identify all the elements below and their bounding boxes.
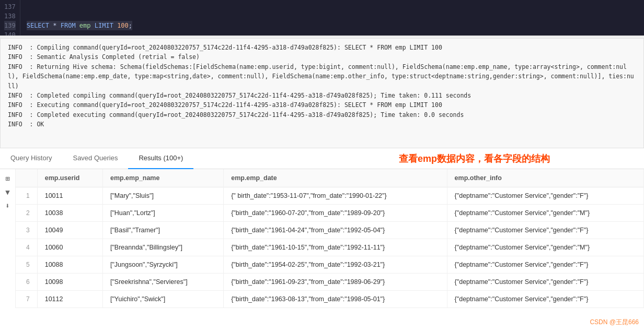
line-num-137: 137 xyxy=(4,2,16,11)
cell-otherinfo: {"deptname":"Customer Service","gender":… xyxy=(447,187,643,205)
results-table: emp.userid emp.emp_name emp.emp_date emp… xyxy=(16,169,644,308)
cell-otherinfo: {"deptname":"Customer Service","gender":… xyxy=(447,239,643,256)
cell-empdate: {"birth_date":"1961-10-15","from_date":"… xyxy=(224,239,447,256)
table-container: emp.userid emp.emp_name emp.emp_date emp… xyxy=(16,169,644,308)
cell-num: 4 xyxy=(16,239,37,256)
cell-userid: 10038 xyxy=(37,205,102,222)
cell-empname: ["Jungsoon","Syrzycki"] xyxy=(102,256,223,274)
cell-otherinfo: {"deptname":"Customer Service","gender":… xyxy=(447,222,643,239)
cell-num: 1 xyxy=(16,187,37,205)
cell-empdate: {"birth_date":"1960-07-20","from_date":"… xyxy=(224,205,447,222)
line-num-139: 139 xyxy=(4,21,16,30)
col-header-otherinfo[interactable]: emp.other_info xyxy=(447,169,643,187)
cell-empname: ["Breannda","Billingsley"] xyxy=(102,239,223,256)
left-toolbar: ⊞ ▼ ⬇ xyxy=(0,169,16,308)
cell-empname: ["Huan","Lortz"] xyxy=(102,205,223,222)
col-header-empname[interactable]: emp.emp_name xyxy=(102,169,223,187)
code-line-138 xyxy=(27,11,132,21)
cell-empname: ["Mary","Sluis"] xyxy=(102,187,223,205)
table-row: 2 10038 ["Huan","Lortz"] {"birth_date":"… xyxy=(16,205,644,222)
cell-empdate: {" birth_date":"1953-11-07","from_date":… xyxy=(224,187,447,205)
cell-num: 2 xyxy=(16,205,37,222)
cell-num: 5 xyxy=(16,256,37,274)
filter-icon[interactable]: ▼ xyxy=(3,187,13,197)
cell-otherinfo: {"deptname":"Customer Service","gender":… xyxy=(447,256,643,274)
log-area: INFO : Compiling command(queryId=root_20… xyxy=(0,39,644,148)
table-row: 7 10112 ["Yuichiro","Swick"] {"birth_dat… xyxy=(16,291,644,308)
log-line: INFO : Executing command(queryId=root_20… xyxy=(8,100,636,110)
cell-num: 6 xyxy=(16,274,37,291)
grid-icon[interactable]: ⊞ xyxy=(3,173,13,184)
cell-userid: 10049 xyxy=(37,222,102,239)
cell-num: 7 xyxy=(16,291,37,308)
tab-query-history[interactable]: Query History xyxy=(0,148,62,169)
table-row: 5 10088 ["Jungsoon","Syrzycki"] {"birth_… xyxy=(16,256,644,274)
table-wrapper: ⊞ ▼ ⬇ emp.userid emp.emp_name emp.emp_da… xyxy=(0,169,644,308)
table-header-row: emp.userid emp.emp_name emp.emp_date emp… xyxy=(16,169,644,187)
log-line: INFO : Semantic Analysis Completed (retr… xyxy=(8,52,636,62)
cell-empdate: {"birth_date":"1961-09-23","from_date":"… xyxy=(224,274,447,291)
col-header-empdate[interactable]: emp.emp_date xyxy=(224,169,447,187)
cell-empdate: {"birth_date":"1961-04-24","from_date":"… xyxy=(224,222,447,239)
cell-otherinfo: {"deptname":"Customer Service","gender":… xyxy=(447,274,643,291)
log-line: INFO : Completed compiling command(query… xyxy=(8,91,636,100)
table-row: 4 10060 ["Breannda","Billingsley"] {"bir… xyxy=(16,239,644,256)
log-line: INFO : Compiling command(queryId=root_20… xyxy=(8,43,636,52)
tab-saved-queries[interactable]: Saved Queries xyxy=(62,148,128,169)
code-line-137 xyxy=(27,2,132,11)
table-row: 1 10011 ["Mary","Sluis"] {" birth_date":… xyxy=(16,187,644,205)
download-icon[interactable]: ⬇ xyxy=(3,200,13,211)
editor-area: 137 138 139 140 SELECT * FROM emp LIMIT … xyxy=(0,0,644,35)
cell-empdate: {"birth_date":"1954-02-25","from_date":"… xyxy=(224,256,447,274)
code-content[interactable]: SELECT * FROM emp LIMIT 100; xyxy=(20,0,139,35)
table-row: 3 10049 ["Basil","Tramer"] {"birth_date"… xyxy=(16,222,644,239)
table-row: 6 10098 ["Sreekrishna","Servieres"] {"bi… xyxy=(16,274,644,291)
cell-userid: 10060 xyxy=(37,239,102,256)
log-line: INFO : Completed executing command(query… xyxy=(8,110,636,120)
line-num-138: 138 xyxy=(4,11,16,21)
cell-userid: 10088 xyxy=(37,256,102,274)
cell-empname: ["Yuichiro","Swick"] xyxy=(102,291,223,308)
cell-empname: ["Basil","Tramer"] xyxy=(102,222,223,239)
cell-userid: 10112 xyxy=(37,291,102,308)
annotation-text: 查看emp数据内容，看各字段的结构 xyxy=(399,152,550,165)
cell-otherinfo: {"deptname":"Customer Service","gender":… xyxy=(447,291,643,308)
line-num-140: 140 xyxy=(4,30,16,35)
cell-empdate: {"birth_date":"1963-08-13","from_date":"… xyxy=(224,291,447,308)
tabs-row: Query History Saved Queries Results (100… xyxy=(0,148,644,169)
log-line: INFO : OK xyxy=(8,120,636,129)
line-numbers: 137 138 139 140 xyxy=(0,0,20,35)
cell-num: 3 xyxy=(16,222,37,239)
cell-userid: 10098 xyxy=(37,274,102,291)
cell-userid: 10011 xyxy=(37,187,102,205)
log-line: INFO : Returning Hive schema: Schema(fie… xyxy=(8,62,636,91)
code-line-140 xyxy=(27,30,132,35)
tab-results[interactable]: Results (100+) xyxy=(128,148,193,169)
code-line-139: SELECT * FROM emp LIMIT 100; xyxy=(27,21,132,30)
col-header-userid[interactable]: emp.userid xyxy=(37,169,102,187)
col-header-num xyxy=(16,169,37,187)
cell-empname: ["Sreekrishna","Servieres"] xyxy=(102,274,223,291)
cell-otherinfo: {"deptname":"Customer Service","gender":… xyxy=(447,205,643,222)
